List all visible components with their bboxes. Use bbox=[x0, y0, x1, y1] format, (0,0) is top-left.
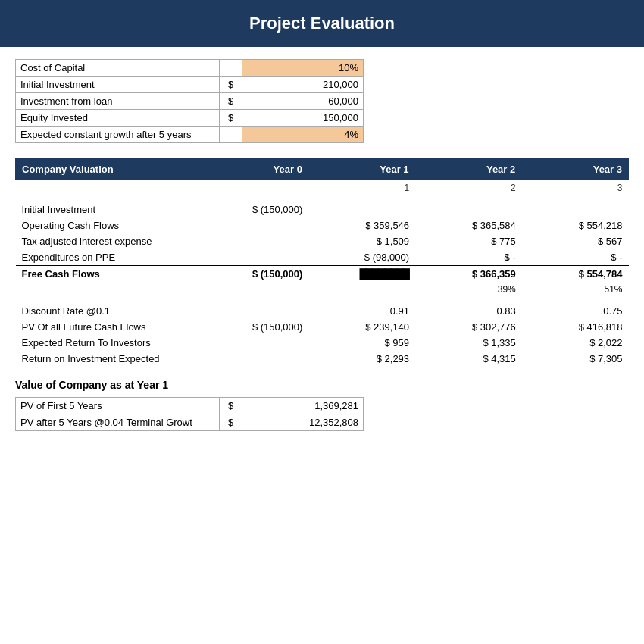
percent-cell bbox=[202, 282, 309, 297]
param-row: Expected constant growth after 5 years4% bbox=[16, 127, 364, 143]
section2-title: Value of Company as at Year 1 bbox=[15, 379, 629, 391]
section2-dollar: $ bbox=[220, 414, 242, 431]
valuation-table: Company Valuation Year 0 Year 1 Year 2 Y… bbox=[15, 158, 629, 367]
row-label: Return on Investment Expected bbox=[16, 351, 202, 367]
param-label: Equity Invested bbox=[16, 110, 220, 127]
row-y0 bbox=[202, 303, 309, 319]
row-y3: $ 554,218 bbox=[522, 217, 629, 233]
row-y3: $ - bbox=[522, 249, 629, 266]
free-cashflow-dollar: $ (150,000) bbox=[202, 266, 309, 283]
section2-row: PV of First 5 Years$1,369,281 bbox=[16, 398, 364, 414]
row-y2: $ 4,315 bbox=[415, 351, 522, 367]
param-label: Cost of Capital bbox=[16, 60, 220, 77]
year-number-cell bbox=[202, 180, 309, 196]
year-number-cell bbox=[16, 180, 202, 196]
year-number-cell: 3 bbox=[522, 180, 629, 196]
param-row: Equity Invested$150,000 bbox=[16, 110, 364, 127]
row-y1: $ 359,546 bbox=[308, 217, 415, 233]
main-content: Cost of Capital10%Initial Investment$210… bbox=[0, 47, 644, 458]
row-y2: $ 1,335 bbox=[415, 335, 522, 351]
table-row: Operating Cash Flows$ 359,546$ 365,584$ … bbox=[16, 217, 629, 233]
section2-value: 1,369,281 bbox=[242, 398, 364, 414]
row-label: PV Of all Future Cash Flows bbox=[16, 319, 202, 335]
row-y1: $ 2,293 bbox=[308, 351, 415, 367]
param-row: Investment from loan$60,000 bbox=[16, 93, 364, 110]
col-header-y0: Year 0 bbox=[202, 159, 309, 180]
section2-value: 12,352,808 bbox=[242, 414, 364, 431]
param-row: Cost of Capital10% bbox=[16, 60, 364, 77]
section2-row: PV after 5 Years @0.04 Terminal Growt$12… bbox=[16, 414, 364, 431]
row-y2: $ - bbox=[415, 249, 522, 266]
percent-cell bbox=[308, 282, 415, 297]
row-y0 bbox=[202, 351, 309, 367]
param-label: Initial Investment bbox=[16, 77, 220, 93]
param-dollar: $ bbox=[220, 110, 242, 127]
free-cashflow-label: Free Cash Flows bbox=[16, 266, 202, 283]
row-y3: $ 416,818 bbox=[522, 319, 629, 335]
param-label: Expected constant growth after 5 years bbox=[16, 127, 220, 143]
table-row bbox=[16, 195, 629, 202]
percent-cell: 51% bbox=[522, 282, 629, 297]
percent-cell bbox=[16, 282, 202, 297]
row-label: Initial Investment bbox=[16, 202, 202, 217]
col-header-y3: Year 3 bbox=[522, 159, 629, 180]
col-header-y1: Year 1 bbox=[308, 159, 415, 180]
param-label: Investment from loan bbox=[16, 93, 220, 110]
row-y3: $ 567 bbox=[522, 233, 629, 249]
row-y0: $ (150,000) bbox=[202, 319, 309, 335]
table-row: 39%51% bbox=[16, 282, 629, 297]
year-number-row: 123 bbox=[16, 180, 629, 196]
row-y1: $ (98,000) bbox=[308, 249, 415, 266]
row-label: Expected Return To Investors bbox=[16, 335, 202, 351]
row-label: Tax adjusted interest expense bbox=[16, 233, 202, 249]
row-y0 bbox=[202, 335, 309, 351]
row-y1: 0.91 bbox=[308, 303, 415, 319]
table-row: Tax adjusted interest expense$ 1,509$ 77… bbox=[16, 233, 629, 249]
row-y3: $ 7,305 bbox=[522, 351, 629, 367]
table-row: PV Of all Future Cash Flows$ (150,000)$ … bbox=[16, 319, 629, 335]
col-header-y2: Year 2 bbox=[415, 159, 522, 180]
param-value[interactable]: 4% bbox=[242, 127, 364, 143]
table-row: Initial Investment$ (150,000) bbox=[16, 202, 629, 217]
param-row: Initial Investment$210,000 bbox=[16, 77, 364, 93]
row-y3: 0.75 bbox=[522, 303, 629, 319]
table-row: Free Cash Flows$ (150,000)████████$ 366,… bbox=[16, 266, 629, 283]
table-row: Expenditures on PPE$ (98,000)$ -$ - bbox=[16, 249, 629, 266]
param-value: 150,000 bbox=[242, 110, 364, 127]
page-header: Project Evaluation bbox=[0, 0, 644, 47]
col-header-company: Company Valuation bbox=[16, 159, 202, 180]
row-y1: $ 239,140 bbox=[308, 319, 415, 335]
row-y1 bbox=[308, 202, 415, 217]
percent-cell: 39% bbox=[415, 282, 522, 297]
table-row: Return on Investment Expected$ 2,293$ 4,… bbox=[16, 351, 629, 367]
free-cashflow-y3: $ 554,784 bbox=[522, 266, 629, 283]
table-row bbox=[16, 297, 629, 303]
section2-dollar: $ bbox=[220, 398, 242, 414]
page-title: Project Evaluation bbox=[15, 14, 629, 33]
table-header-row: Company Valuation Year 0 Year 1 Year 2 Y… bbox=[16, 159, 629, 180]
param-dollar bbox=[220, 127, 242, 143]
year-number-cell: 1 bbox=[308, 180, 415, 196]
row-y1: $ 1,509 bbox=[308, 233, 415, 249]
param-dollar: $ bbox=[220, 93, 242, 110]
year-number-cell: 2 bbox=[415, 180, 522, 196]
param-dollar bbox=[220, 60, 242, 77]
free-cashflow-y2: $ 366,359 bbox=[415, 266, 522, 283]
section2-label: PV after 5 Years @0.04 Terminal Growt bbox=[16, 414, 220, 431]
row-label: Discount Rate @0.1 bbox=[16, 303, 202, 319]
param-value[interactable]: 10% bbox=[242, 60, 364, 77]
table-row: Discount Rate @0.10.910.830.75 bbox=[16, 303, 629, 319]
row-y2 bbox=[415, 202, 522, 217]
row-y0 bbox=[202, 217, 309, 233]
row-y2: $ 365,584 bbox=[415, 217, 522, 233]
param-dollar: $ bbox=[220, 77, 242, 93]
section2-label: PV of First 5 Years bbox=[16, 398, 220, 414]
row-y0: $ (150,000) bbox=[202, 202, 309, 217]
row-y2: 0.83 bbox=[415, 303, 522, 319]
row-y3 bbox=[522, 202, 629, 217]
row-y2: $ 302,776 bbox=[415, 319, 522, 335]
param-value: 60,000 bbox=[242, 93, 364, 110]
free-cashflow-y1: ████████ bbox=[308, 266, 415, 283]
param-value: 210,000 bbox=[242, 77, 364, 93]
row-label: Operating Cash Flows bbox=[16, 217, 202, 233]
